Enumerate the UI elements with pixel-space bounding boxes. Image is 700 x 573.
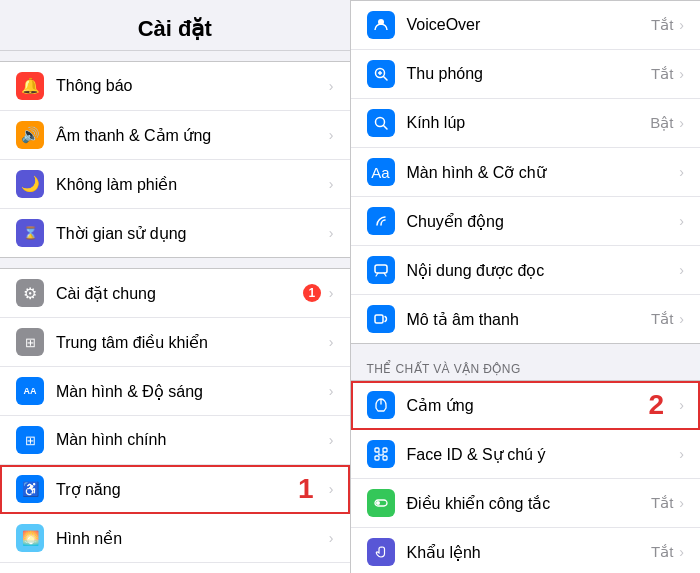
notifications-label: Thông báo	[56, 77, 327, 95]
accessibility-icon: ♿	[16, 475, 44, 503]
voiceover-value: Tắt	[651, 16, 673, 34]
spokencontent-label: Nội dung được đọc	[407, 261, 678, 280]
chevron-icon: ›	[679, 311, 684, 327]
audiodesc-label: Mô tả âm thanh	[407, 310, 651, 329]
right-item-audiodesc[interactable]: Mô tả âm thanh Tắt ›	[351, 295, 701, 343]
chevron-icon: ›	[329, 481, 334, 497]
sidebar-item-siri[interactable]: ◈ Siri & Tìm kiếm ›	[0, 563, 350, 573]
right-item-switchcontrol[interactable]: Điều khiển công tắc Tắt ›	[351, 479, 701, 528]
audiodesc-value: Tắt	[651, 310, 673, 328]
chevron-icon: ›	[679, 446, 684, 462]
displaytext-label: Màn hình & Cỡ chữ	[407, 163, 678, 182]
left-group-1: 🔔 Thông báo › 🔊 Âm thanh & Cảm ứng › 🌙 K…	[0, 61, 350, 258]
assistivetouch-label: Khẩu lệnh	[407, 543, 651, 562]
right-item-displaytext[interactable]: Aa Màn hình & Cỡ chữ ›	[351, 148, 701, 197]
right-item-zoom[interactable]: Thu phóng Tắt ›	[351, 50, 701, 99]
chevron-icon: ›	[329, 285, 334, 301]
svg-rect-9	[375, 448, 379, 452]
svg-point-13	[378, 452, 380, 454]
chevron-icon: ›	[329, 383, 334, 399]
svg-line-6	[383, 126, 387, 130]
zoom-label: Thu phóng	[407, 65, 651, 83]
dnd-label: Không làm phiền	[56, 175, 327, 194]
right-panel: VoiceOver Tắt › Thu phóng Tắt › Kính lúp…	[351, 0, 701, 573]
svg-point-16	[376, 501, 380, 505]
screentime-icon: ⌛	[16, 219, 44, 247]
chevron-icon: ›	[329, 225, 334, 241]
general-icon: ⚙	[16, 279, 44, 307]
right-item-magnifier[interactable]: Kính lúp Bật ›	[351, 99, 701, 148]
sidebar-item-display[interactable]: AA Màn hình & Độ sáng ›	[0, 367, 350, 416]
chevron-icon: ›	[679, 164, 684, 180]
chevron-icon: ›	[679, 495, 684, 511]
sidebar-item-notifications[interactable]: 🔔 Thông báo ›	[0, 62, 350, 111]
magnifier-value: Bật	[650, 114, 673, 132]
faceidright-icon	[367, 440, 395, 468]
touch-icon	[367, 391, 395, 419]
zoom-icon	[367, 60, 395, 88]
voiceover-icon	[367, 11, 395, 39]
svg-rect-8	[375, 315, 383, 323]
svg-rect-10	[383, 448, 387, 452]
notifications-icon: 🔔	[16, 72, 44, 100]
svg-rect-7	[375, 265, 387, 273]
assistivetouch-value: Tắt	[651, 543, 673, 561]
sidebar-item-homescreen[interactable]: ⊞ Màn hình chính ›	[0, 416, 350, 465]
magnifier-label: Kính lúp	[407, 114, 651, 132]
chevron-icon: ›	[329, 78, 334, 94]
right-item-touch[interactable]: Cảm ứng 2 ›	[351, 381, 701, 430]
accessibility-label: Trợ năng	[56, 480, 327, 499]
screentime-label: Thời gian sử dụng	[56, 224, 327, 243]
chevron-icon: ›	[329, 334, 334, 350]
right-group-2: Cảm ứng 2 › Face ID & Sự chú ý › Điều kh…	[351, 380, 701, 573]
sidebar-item-controlcenter[interactable]: ⊞ Trung tâm điều khiển ›	[0, 318, 350, 367]
homescreen-icon: ⊞	[16, 426, 44, 454]
chevron-icon: ›	[679, 213, 684, 229]
right-section-label: THỂ CHẤT VÀ VẬN ĐỘNG	[351, 354, 701, 380]
chevron-icon: ›	[679, 115, 684, 131]
chevron-icon: ›	[679, 17, 684, 33]
sidebar-item-accessibility[interactable]: ♿ Trợ năng 1 ›	[0, 465, 350, 514]
display-label: Màn hình & Độ sáng	[56, 382, 327, 401]
chevron-icon: ›	[329, 530, 334, 546]
chevron-icon: ›	[679, 544, 684, 560]
zoom-value: Tắt	[651, 65, 673, 83]
chevron-icon: ›	[329, 127, 334, 143]
dnd-icon: 🌙	[16, 170, 44, 198]
sidebar-item-wallpaper[interactable]: 🌅 Hình nền ›	[0, 514, 350, 563]
left-panel: Cài đặt 🔔 Thông báo › 🔊 Âm thanh & Cảm ứ…	[0, 0, 350, 573]
chevron-icon: ›	[679, 397, 684, 413]
right-item-spokencontent[interactable]: Nội dung được đọc ›	[351, 246, 701, 295]
chevron-icon: ›	[329, 432, 334, 448]
svg-line-2	[383, 77, 387, 81]
touch-label: Cảm ứng	[407, 396, 678, 415]
svg-point-14	[382, 452, 384, 454]
sidebar-item-sound[interactable]: 🔊 Âm thanh & Cảm ứng ›	[0, 111, 350, 160]
right-item-motion[interactable]: Chuyển động ›	[351, 197, 701, 246]
controlcenter-label: Trung tâm điều khiển	[56, 333, 327, 352]
sidebar-item-general[interactable]: ⚙ Cài đặt chung 1 ›	[0, 269, 350, 318]
homescreen-label: Màn hình chính	[56, 431, 327, 449]
motion-icon	[367, 207, 395, 235]
display-icon: AA	[16, 377, 44, 405]
voiceover-label: VoiceOver	[407, 16, 651, 34]
sidebar-item-dnd[interactable]: 🌙 Không làm phiền ›	[0, 160, 350, 209]
spokencontent-icon	[367, 256, 395, 284]
svg-rect-12	[383, 456, 387, 460]
right-item-voiceover[interactable]: VoiceOver Tắt ›	[351, 1, 701, 50]
displaytext-icon: Aa	[367, 158, 395, 186]
left-panel-title: Cài đặt	[0, 0, 350, 51]
physical-motor-label: THỂ CHẤT VÀ VẬN ĐỘNG	[351, 354, 701, 380]
general-label: Cài đặt chung	[56, 284, 303, 303]
sidebar-item-screentime[interactable]: ⌛ Thời gian sử dụng ›	[0, 209, 350, 257]
faceidright-label: Face ID & Sự chú ý	[407, 445, 678, 464]
magnifier-icon	[367, 109, 395, 137]
switchcontrol-icon	[367, 489, 395, 517]
sound-label: Âm thanh & Cảm ứng	[56, 126, 327, 145]
wallpaper-label: Hình nền	[56, 529, 327, 548]
right-item-assistivetouch[interactable]: Khẩu lệnh Tắt ›	[351, 528, 701, 573]
chevron-icon: ›	[679, 66, 684, 82]
switchcontrol-value: Tắt	[651, 494, 673, 512]
sound-icon: 🔊	[16, 121, 44, 149]
right-item-faceidright[interactable]: Face ID & Sự chú ý ›	[351, 430, 701, 479]
